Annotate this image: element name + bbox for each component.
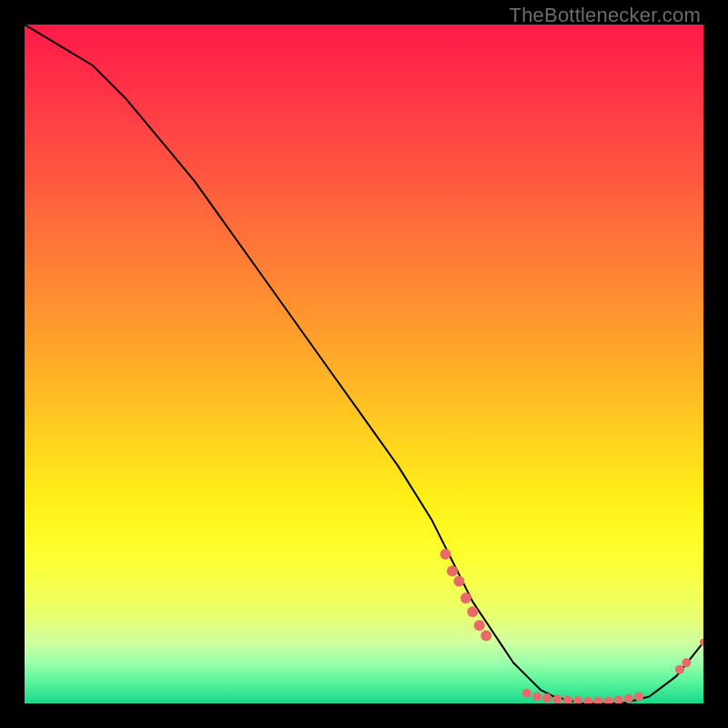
marker-cluster-left-7	[480, 630, 491, 641]
marker-cluster-left-4	[460, 592, 471, 603]
marker-right-1	[675, 665, 684, 674]
marker-trough-6	[573, 696, 582, 703]
marker-trough-2	[532, 693, 541, 702]
marker-trough-12	[634, 693, 643, 702]
marker-trough-9	[604, 697, 613, 703]
marker-cluster-left-5	[467, 606, 478, 617]
bottleneck-curve	[25, 25, 703, 703]
marker-trough-10	[614, 695, 623, 703]
marker-cluster-left-2	[447, 566, 458, 577]
marker-cluster-left-1	[440, 549, 451, 560]
marker-trough-3	[542, 693, 551, 703]
marker-cluster-left-6	[474, 620, 485, 631]
marker-trough-1	[522, 689, 531, 698]
marker-trough-11	[624, 694, 633, 703]
watermark-text: TheBottlenecker.com	[510, 4, 701, 27]
marker-right-2	[682, 658, 691, 667]
marker-trough-5	[563, 695, 572, 703]
chart-svg	[25, 25, 703, 703]
chart-frame: TheBottlenecker.com	[0, 0, 728, 728]
marker-trough-7	[583, 697, 592, 703]
marker-layer	[440, 549, 703, 703]
marker-cluster-left-3	[453, 576, 464, 587]
marker-trough-8	[593, 697, 602, 703]
plot-area	[25, 25, 703, 703]
